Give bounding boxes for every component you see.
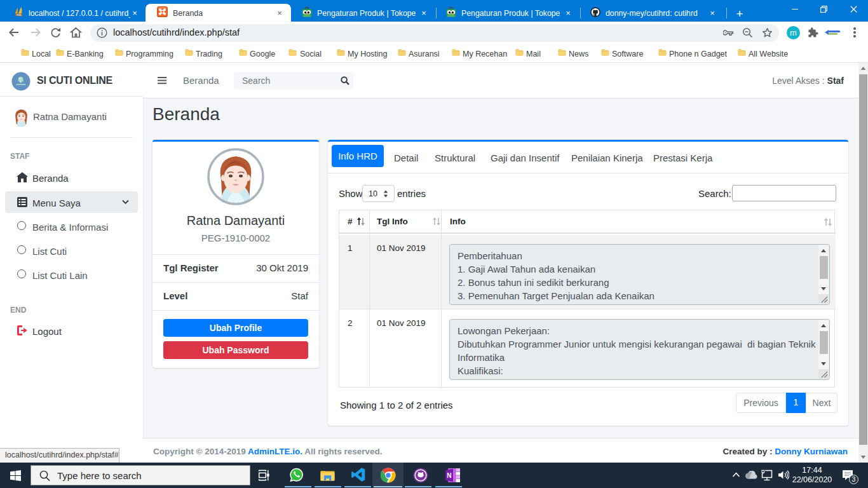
svg-text:N: N (447, 472, 451, 479)
svg-text:PMA: PMA (17, 14, 22, 17)
